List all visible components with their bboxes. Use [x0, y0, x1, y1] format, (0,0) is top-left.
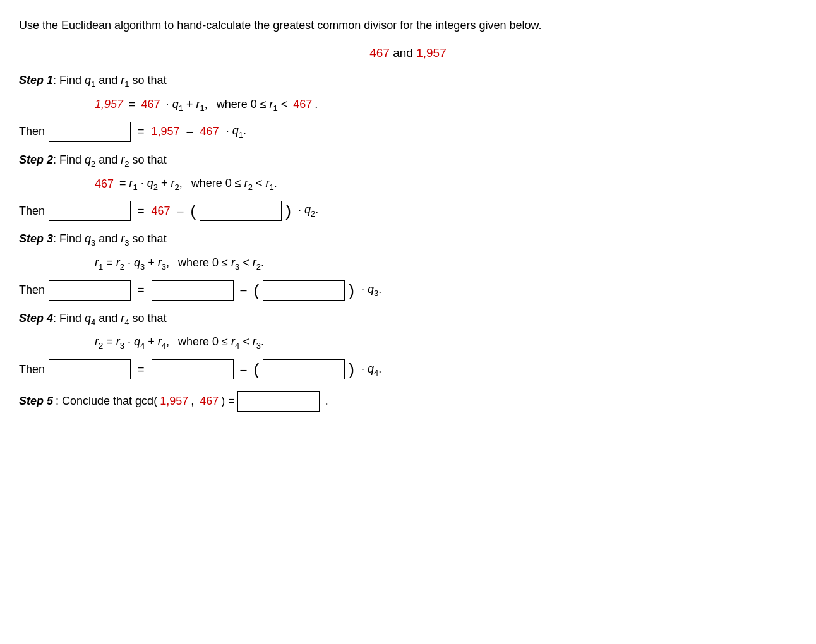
then-label-4: Then	[19, 363, 45, 376]
step1-label: Step 1: Find q1 and r1 so that	[19, 74, 797, 89]
step3-input-r2[interactable]	[263, 280, 345, 301]
then-label-3: Then	[19, 283, 45, 297]
step3-then: Then = – ( ) · q3.	[19, 280, 797, 301]
number1: 467	[369, 46, 390, 59]
step2-block: Step 2: Find q2 and r2 so that 467 = r1 …	[19, 153, 797, 222]
step5-arg2: 467	[200, 391, 219, 411]
step4-block: Step 4: Find q4 and r4 so that r2 = r3 ·…	[19, 312, 797, 380]
and-text: and	[393, 46, 416, 59]
step4-equation: r2 = r3 · q4 + r4, where 0 ≤ r4 < r3.	[95, 331, 797, 353]
then-label-1: Then	[19, 125, 45, 138]
step1-block: Step 1: Find q1 and r1 so that 1,957 = 4…	[19, 74, 797, 142]
step3-block: Step 3: Find q3 and r3 so that r1 = r2 ·…	[19, 232, 797, 301]
step1-equation: 1,957 = 467 · q1 + r1, where 0 ≤ r1 < 46…	[95, 94, 797, 116]
step3-input-r3[interactable]	[49, 280, 131, 301]
step4-input-r3[interactable]	[263, 359, 345, 379]
number2: 1,957	[416, 46, 447, 59]
step5-input[interactable]	[237, 391, 320, 412]
step5-arg1: 1,957	[160, 391, 188, 411]
step4-input-r2[interactable]	[152, 359, 234, 379]
step4-label: Step 4: Find q4 and r4 so that	[19, 312, 797, 327]
step3-label: Step 3: Find q3 and r3 so that	[19, 232, 797, 247]
step1-then: Then = 1,957 – 467 · q1.	[19, 122, 797, 142]
step4-input-r4[interactable]	[49, 359, 131, 379]
step4-then: Then = – ( ) · q4.	[19, 359, 797, 379]
step2-label: Step 2: Find q2 and r2 so that	[19, 153, 797, 169]
then-label-2: Then	[19, 205, 45, 218]
step2-then: Then = 467 – ( ) · q2.	[19, 201, 797, 221]
step1-input[interactable]	[49, 122, 131, 142]
intro-text: Use the Euclidean algorithm to hand-calc…	[19, 19, 797, 32]
step3-equation: r1 = r2 · q3 + r3, where 0 ≤ r3 < r2.	[95, 253, 797, 274]
step2-input-r1[interactable]	[200, 201, 282, 221]
step5-line: Step 5 : Conclude that gcd( 1,957 , 467 …	[19, 391, 797, 411]
step3-input-r1[interactable]	[152, 280, 234, 301]
numbers-line: 467 and 1,957	[19, 46, 797, 60]
step5-block: Step 5 : Conclude that gcd( 1,957 , 467 …	[19, 391, 797, 411]
step2-input-r2[interactable]	[49, 201, 131, 221]
step2-equation: 467 = r1 · q2 + r2, where 0 ≤ r2 < r1.	[95, 173, 797, 194]
